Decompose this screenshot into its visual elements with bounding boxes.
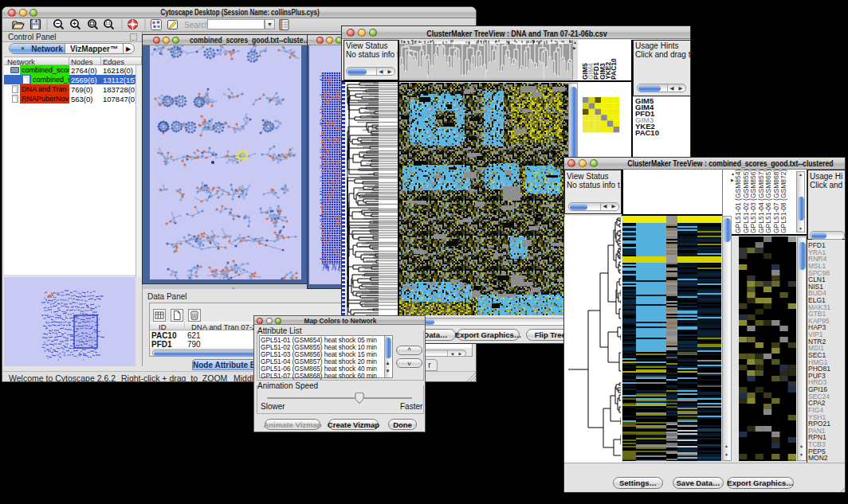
svg-text:1:1: 1:1 xyxy=(105,21,111,25)
